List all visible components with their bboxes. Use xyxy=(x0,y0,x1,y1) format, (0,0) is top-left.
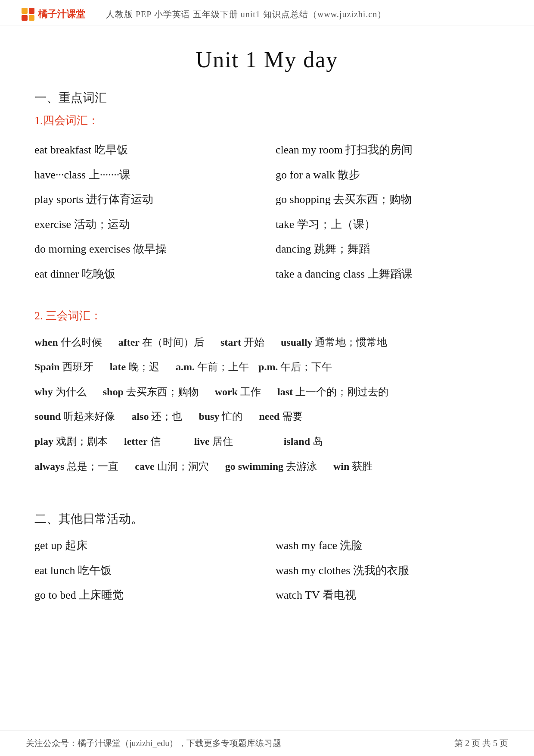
list-item: when 什么时候 xyxy=(34,333,102,353)
list-item: shop 去买东西；购物 xyxy=(103,382,199,402)
content-area: 一、重点词汇 1.四会词汇： eat breakfast 吃早饭 have···… xyxy=(0,90,534,608)
section2: 二、其他日常活动。 get up 起床 eat lunch 吃午饭 go to … xyxy=(34,498,500,608)
logo: 橘子汁课堂 xyxy=(22,8,98,21)
list-item: clean my room 打扫我的房间 xyxy=(276,137,500,162)
vocab-cn: 进行体育运动 xyxy=(86,193,153,206)
section2-vocab-grid: get up 起床 eat lunch 吃午饭 go to bed 上床睡觉 w… xyxy=(34,533,500,608)
vocab-en: have···class xyxy=(34,169,86,181)
list-item: late 晚；迟 xyxy=(110,357,159,377)
vocab-en: wash my clothes xyxy=(276,564,350,577)
vocab-cn: 上·······课 xyxy=(89,169,131,181)
list-item: wash my clothes 洗我的衣服 xyxy=(276,558,500,583)
list-item: eat breakfast 吃早饭 xyxy=(34,137,258,162)
list-item: play sports 进行体育运动 xyxy=(34,187,258,212)
vocab-en: watch TV xyxy=(276,589,320,601)
vocab-cn: 吃早饭 xyxy=(94,144,128,156)
divider xyxy=(34,295,500,308)
list-item: live 居住 xyxy=(194,432,233,452)
footer: 关注公众号：橘子汁课堂（juzizhi_edu），下载更多专项题库练习题 第 2… xyxy=(0,730,534,756)
list-item: island 岛 xyxy=(284,432,323,452)
vocab-en: eat breakfast xyxy=(34,144,91,156)
list-item: do morning exercises 做早操 xyxy=(34,237,258,262)
logo-icon xyxy=(22,8,34,21)
list-item: also 还；也 xyxy=(131,407,182,427)
page-title: Unit 1 My day xyxy=(0,47,534,72)
section1-heading: 一、重点词汇 xyxy=(34,90,500,106)
list-item: sound 听起来好像 xyxy=(34,407,115,427)
list-item: need 需要 xyxy=(259,407,303,427)
vocab-en: go shopping xyxy=(276,193,331,206)
vocab-col-right: clean my room 打扫我的房间 go for a walk 散步 go… xyxy=(276,137,500,287)
san-hui-row-5: play 戏剧；剧本 letter 信 live 居住 island 岛 xyxy=(34,432,500,452)
list-item: start 开始 xyxy=(220,333,264,353)
section2-heading: 二、其他日常活动。 xyxy=(34,511,500,527)
san-hui-section: when 什么时候 after 在（时间）后 start 开始 usually … xyxy=(34,333,500,477)
vocab-cn: 洗脸 xyxy=(340,539,362,552)
san-hui-row-6: always 总是；一直 cave 山洞；洞穴 go swimming 去游泳 … xyxy=(34,457,500,477)
list-item: eat lunch 吃午饭 xyxy=(34,558,258,583)
vocab-en: take xyxy=(276,218,294,231)
vocab-cn: 活动；运动 xyxy=(74,218,130,231)
list-item: win 获胜 xyxy=(333,457,373,477)
list-item: go for a walk 散步 xyxy=(276,162,500,187)
vocab-en: get up xyxy=(34,539,62,552)
vocab-cn: 吃晚饭 xyxy=(82,268,115,280)
footer-right: 第 2 页 共 5 页 xyxy=(454,737,508,749)
sub2-heading: 2. 三会词汇： xyxy=(34,308,500,323)
vocab-cn: 打扫我的房间 xyxy=(345,144,413,156)
vocab-en: wash my face xyxy=(276,539,337,552)
sub1-heading: 1.四会词汇： xyxy=(34,113,500,128)
header: 橘子汁课堂 人教版 PEP 小学英语 五年级下册 unit1 知识点总结（www… xyxy=(0,0,534,25)
vocab-en: go for a walk xyxy=(276,169,335,181)
list-item: work 工作 xyxy=(215,382,261,402)
list-item: cave 山洞；洞穴 xyxy=(135,457,208,477)
vocab-cn: 上床睡觉 xyxy=(79,589,124,601)
vocab-cn: 吃午饭 xyxy=(78,564,112,577)
logo-sq-br xyxy=(29,15,35,21)
list-item: busy 忙的 xyxy=(199,407,242,427)
san-hui-row-1: when 什么时候 after 在（时间）后 start 开始 usually … xyxy=(34,333,500,353)
vocab-cn: 起床 xyxy=(65,539,87,552)
header-info: 人教版 PEP 小学英语 五年级下册 unit1 知识点总结（www.juziz… xyxy=(106,9,386,20)
footer-left: 关注公众号：橘子汁课堂（juzizhi_edu），下载更多专项题库练习题 xyxy=(26,737,281,749)
list-item: play 戏剧；剧本 xyxy=(34,432,108,452)
section2-col-right: wash my face 洗脸 wash my clothes 洗我的衣服 wa… xyxy=(276,533,500,608)
vocab-en: take a dancing class xyxy=(276,268,365,280)
list-item: exercise 活动；运动 xyxy=(34,212,258,237)
san-hui-row-3: why 为什么 shop 去买东西；购物 work 工作 last 上一个的；刚… xyxy=(34,382,500,402)
divider2 xyxy=(34,498,500,511)
list-item: wash my face 洗脸 xyxy=(276,533,500,558)
vocab-en: eat dinner xyxy=(34,268,79,280)
vocab-cn: 上舞蹈课 xyxy=(368,268,413,280)
list-item: go swimming 去游泳 xyxy=(225,457,317,477)
list-item: go shopping 去买东西；购物 xyxy=(276,187,500,212)
list-item: take 学习；上（课） xyxy=(276,212,500,237)
vocab-cn: 做早操 xyxy=(133,243,167,255)
list-item: dancing 跳舞；舞蹈 xyxy=(276,237,500,262)
list-item: always 总是；一直 xyxy=(34,457,118,477)
logo-sq-bl xyxy=(22,15,28,21)
vocab-en: play sports xyxy=(34,193,83,206)
vocab-en: dancing xyxy=(276,243,311,255)
vocab-cn: 去买东西；购物 xyxy=(333,193,412,206)
vocab-col-left: eat breakfast 吃早饭 have···class 上·······课… xyxy=(34,137,258,287)
san-hui-row-4: sound 听起来好像 also 还；也 busy 忙的 need 需要 xyxy=(34,407,500,427)
vocab-grid: eat breakfast 吃早饭 have···class 上·······课… xyxy=(34,137,500,287)
vocab-cn: 洗我的衣服 xyxy=(353,564,409,577)
list-item: letter 信 xyxy=(124,432,161,452)
list-item: eat dinner 吃晚饭 xyxy=(34,262,258,287)
vocab-cn: 看电视 xyxy=(323,589,356,601)
brand-name: 橘子汁课堂 xyxy=(38,8,85,21)
vocab-en: go to bed xyxy=(34,589,76,601)
list-item: watch TV 看电视 xyxy=(276,583,500,608)
logo-sq-tr xyxy=(29,8,35,14)
vocab-en: clean my room xyxy=(276,144,343,156)
list-item: go to bed 上床睡觉 xyxy=(34,583,258,608)
vocab-en: eat lunch xyxy=(34,564,75,577)
list-item: why 为什么 xyxy=(34,382,87,402)
list-item: Spain 西班牙 xyxy=(34,357,93,377)
vocab-cn: 学习；上（课） xyxy=(297,218,376,231)
vocab-en: do morning exercises xyxy=(34,243,130,255)
section2-col-left: get up 起床 eat lunch 吃午饭 go to bed 上床睡觉 xyxy=(34,533,258,608)
list-item: usually 通常地；惯常地 xyxy=(281,333,387,353)
